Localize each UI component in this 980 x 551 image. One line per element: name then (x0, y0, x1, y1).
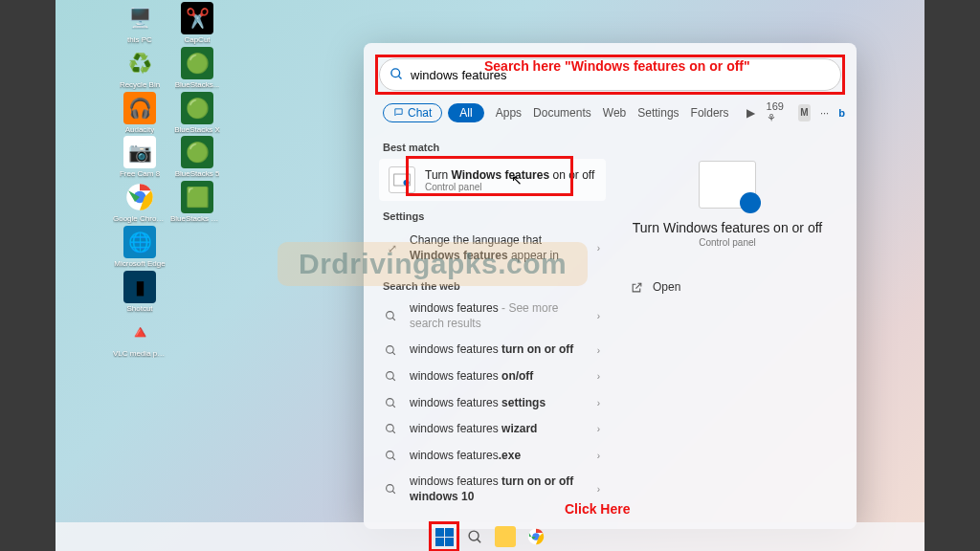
tab-documents[interactable]: Documents (527, 103, 597, 122)
desktop-icon[interactable]: 🎧Audacity (113, 92, 167, 135)
svg-point-12 (387, 398, 394, 406)
tab-web[interactable]: Web (597, 103, 632, 122)
desktop-icon[interactable]: 🖥️this PC (113, 2, 167, 45)
tab-folders[interactable]: Folders (685, 103, 735, 122)
svg-point-14 (387, 425, 394, 432)
bing-icon[interactable]: b (838, 107, 845, 119)
desktop-icon[interactable]: Google Chrome (113, 181, 167, 224)
tab-all[interactable]: All (448, 103, 483, 122)
taskbar-search-icon[interactable] (464, 526, 485, 547)
preview-title: Turn Windows features on or off (633, 220, 822, 235)
search-tabs: Chat All AppsDocumentsWebSettingsFolders… (368, 91, 853, 132)
svg-line-3 (398, 76, 401, 78)
desktop-icon[interactable]: 🟢BlueStacks 5 (170, 136, 224, 179)
desktop-icon[interactable]: 🔺VLC media player (113, 316, 167, 359)
desktop-icon[interactable]: 🌐Microsoft Edge (113, 226, 167, 269)
svg-line-17 (392, 457, 395, 460)
taskbar-chrome-icon[interactable] (525, 526, 546, 547)
taskbar-explorer-icon[interactable] (495, 526, 516, 547)
desktop-icon[interactable]: 🟢BlueStacks X (170, 92, 224, 135)
svg-line-13 (392, 405, 395, 408)
svg-line-11 (392, 378, 395, 381)
section-best-match: Best match (383, 142, 606, 153)
section-settings: Settings (383, 210, 606, 222)
settings-result[interactable]: ⤢Change the language that Windows featur… (379, 228, 606, 269)
tab-settings[interactable]: Settings (632, 103, 684, 122)
desktop-icon[interactable]: ✂️CapCut (170, 2, 224, 45)
desktop-icon[interactable]: 🟩BlueStacks Multi-Insta... (170, 181, 224, 224)
svg-line-21 (477, 539, 480, 542)
svg-point-16 (387, 452, 394, 459)
search-panel: Search here "Windows features on or off"… (364, 43, 857, 529)
desktop-icon[interactable]: ▮Shotcut (113, 271, 167, 314)
open-button[interactable]: Open (623, 276, 832, 298)
svg-point-6 (387, 312, 394, 320)
svg-point-10 (387, 372, 394, 380)
svg-line-9 (392, 352, 395, 355)
desktop-icon[interactable]: 📷Free Cam 8 (113, 136, 167, 179)
desktop-icon[interactable]: ♻️Recycle Bin (113, 47, 167, 90)
web-result[interactable]: windows features.exe› (379, 443, 606, 470)
taskbar (56, 522, 924, 551)
svg-point-18 (387, 485, 394, 493)
web-result[interactable]: windows features - See more search resul… (379, 296, 606, 337)
svg-line-19 (392, 492, 395, 495)
svg-point-8 (387, 345, 394, 353)
web-result[interactable]: windows features settings› (379, 390, 606, 417)
rewards-points[interactable]: 169 ⚘ (767, 100, 789, 124)
svg-point-2 (391, 69, 400, 77)
section-web: Search the web (383, 280, 606, 292)
web-result[interactable]: windows features wizard› (379, 416, 606, 443)
tab-chat[interactable]: Chat (383, 103, 442, 122)
preview-subtitle: Control panel (699, 237, 755, 248)
svg-point-20 (469, 531, 479, 540)
tab-apps[interactable]: Apps (490, 103, 527, 122)
more-icon[interactable]: ··· (820, 107, 829, 119)
user-avatar[interactable]: M (798, 104, 811, 121)
svg-line-7 (392, 318, 395, 320)
desktop: 🖥️this PC✂️CapCut♻️Recycle Bin🟢BlueStack… (113, 0, 224, 358)
best-match-result[interactable]: Turn Windows features on or off Control … (379, 159, 606, 201)
desktop-icon[interactable]: 🟢BlueStacks... (170, 47, 224, 90)
web-result[interactable]: windows features turn on or off› (379, 337, 606, 364)
tab-more-icon[interactable]: ▶ (741, 103, 761, 122)
annotation-click-here: Click Here (565, 501, 630, 517)
search-icon (390, 67, 404, 81)
svg-line-15 (392, 431, 395, 434)
open-icon (631, 281, 643, 294)
preview-icon (699, 161, 756, 209)
web-result[interactable]: windows features on/off› (379, 364, 606, 390)
